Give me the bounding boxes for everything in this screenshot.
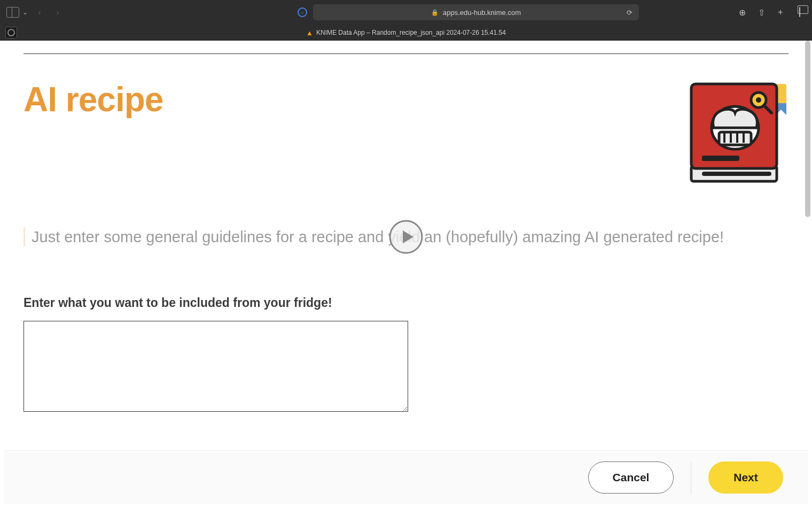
page-title: AI recipe bbox=[24, 80, 163, 119]
titlebar-left-controls: ⌄ ‹ › bbox=[6, 6, 199, 19]
lock-icon: 🔒 bbox=[431, 9, 439, 16]
forward-button[interactable]: › bbox=[51, 6, 64, 19]
tabs-overview-icon[interactable] bbox=[794, 7, 806, 17]
horizontal-rule bbox=[24, 53, 788, 54]
back-button[interactable]: ‹ bbox=[33, 6, 46, 19]
subtitle-accent-bar bbox=[24, 227, 25, 247]
subtitle-section: Just enter some general guidelines for a… bbox=[24, 227, 788, 247]
action-divider bbox=[691, 461, 691, 494]
recipe-book-icon bbox=[682, 80, 788, 187]
share-icon[interactable]: ⇧ bbox=[755, 7, 767, 18]
ingredients-label: Enter what you want to be included from … bbox=[24, 296, 788, 310]
play-icon[interactable] bbox=[389, 220, 423, 254]
browser-tabbar: ▲ KNIME Data App – Random_recipe_json_ap… bbox=[0, 25, 812, 41]
cancel-button[interactable]: Cancel bbox=[588, 461, 674, 494]
titlebar-right-controls: ⊕ ⇧ + bbox=[736, 7, 806, 18]
next-button[interactable]: Next bbox=[708, 461, 783, 494]
svg-rect-2 bbox=[702, 172, 771, 176]
tab-title: KNIME Data App – Random_recipe_json_api … bbox=[316, 29, 506, 36]
extension-icon[interactable] bbox=[5, 27, 17, 39]
password-manager-icon[interactable]: ○ bbox=[296, 6, 309, 19]
new-tab-icon[interactable]: + bbox=[775, 7, 786, 17]
page-content: AI recipe bbox=[4, 41, 808, 504]
ingredients-input[interactable] bbox=[24, 321, 408, 412]
address-bar[interactable]: 🔒 apps.edu-hub.knime.com ⟳ bbox=[313, 4, 639, 20]
hero-section: AI recipe bbox=[24, 80, 788, 187]
url-text: apps.edu-hub.knime.com bbox=[443, 9, 521, 17]
reload-icon[interactable]: ⟳ bbox=[627, 9, 633, 17]
scrollbar-thumb[interactable] bbox=[805, 41, 810, 217]
browser-titlebar: ⌄ ‹ › ○ 🔒 apps.edu-hub.knime.com ⟳ ⊕ ⇧ + bbox=[0, 0, 812, 25]
svg-point-12 bbox=[756, 97, 761, 103]
scrollbar[interactable] bbox=[803, 41, 812, 255]
downloads-icon[interactable]: ⊕ bbox=[736, 7, 748, 18]
chevron-down-icon[interactable]: ⌄ bbox=[22, 9, 28, 16]
subtitle-text: Just enter some general guidelines for a… bbox=[32, 228, 724, 246]
action-bar: Cancel Next bbox=[4, 450, 808, 504]
sidebar-toggle-icon[interactable] bbox=[6, 6, 19, 19]
svg-rect-4 bbox=[702, 156, 739, 161]
warning-icon: ▲ bbox=[306, 29, 313, 37]
